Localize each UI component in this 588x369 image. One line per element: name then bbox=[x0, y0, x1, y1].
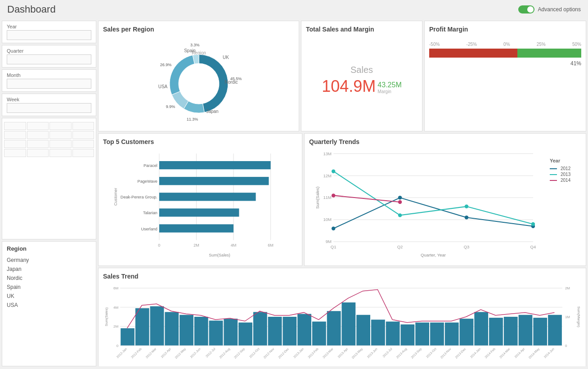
svg-rect-95 bbox=[489, 318, 503, 346]
svg-rect-83 bbox=[312, 322, 326, 346]
svg-rect-71 bbox=[135, 308, 149, 346]
svg-rect-91 bbox=[430, 323, 444, 346]
filter-week: Week bbox=[2, 94, 96, 116]
svg-rect-77 bbox=[224, 319, 238, 345]
svg-text:2012-Jan: 2012-Jan bbox=[116, 347, 128, 359]
svg-text:9.9%: 9.9% bbox=[166, 104, 175, 109]
main-layout: Year Quarter Month Week bbox=[0, 19, 588, 368]
svg-rect-85 bbox=[341, 302, 355, 346]
svg-rect-90 bbox=[415, 323, 429, 346]
filter-year-input[interactable] bbox=[7, 30, 91, 40]
svg-text:13M: 13M bbox=[323, 151, 332, 156]
svg-point-49 bbox=[465, 216, 468, 219]
region-list-item[interactable]: UK bbox=[7, 292, 91, 301]
margin-num: 43.25M bbox=[377, 81, 401, 89]
quarterly-svg: 9M10M11M12M13MQ1Q2Q3Q4Sum(Sales)Quarter,… bbox=[309, 149, 548, 258]
advanced-options-container: Advanced options bbox=[518, 5, 581, 14]
sales-per-region-panel: Sales per Region Region 45.5%11.3%9.9%26… bbox=[98, 21, 299, 131]
region-list-item[interactable]: Japan bbox=[7, 265, 91, 274]
sales-number: 104.9M 43.25M Margin bbox=[322, 77, 401, 96]
svg-rect-74 bbox=[180, 315, 193, 346]
filter-week-input[interactable] bbox=[7, 103, 91, 113]
filter-cell bbox=[27, 131, 49, 139]
svg-text:2013-May: 2013-May bbox=[351, 347, 364, 360]
filter-month: Month bbox=[2, 69, 96, 92]
svg-point-48 bbox=[398, 196, 402, 199]
donut-svg: Region 45.5%11.3%9.9%26.9%3.3%SpainUKNor… bbox=[154, 36, 244, 126]
quarterly-chart: 9M10M11M12M13MQ1Q2Q3Q4Sum(Sales)Quarter,… bbox=[309, 149, 548, 258]
svg-text:11M: 11M bbox=[323, 195, 332, 200]
filter-cell bbox=[4, 140, 26, 148]
profit-margin-title: Profit Margin bbox=[429, 26, 581, 33]
region-list-item[interactable]: Germany bbox=[7, 256, 91, 265]
svg-text:12M: 12M bbox=[323, 173, 332, 178]
svg-text:0: 0 bbox=[117, 344, 119, 348]
svg-text:UK: UK bbox=[223, 55, 229, 60]
svg-text:2014-Apr: 2014-Apr bbox=[514, 347, 525, 359]
svg-text:11.3%: 11.3% bbox=[186, 117, 198, 122]
region-list-item[interactable]: Nordic bbox=[7, 274, 91, 283]
svg-text:2012-Dec: 2012-Dec bbox=[278, 347, 290, 359]
svg-text:2013-Dec: 2013-Dec bbox=[454, 347, 467, 359]
margin-label: Margin bbox=[377, 89, 391, 94]
svg-rect-80 bbox=[268, 317, 282, 346]
svg-rect-94 bbox=[474, 312, 488, 345]
svg-text:2012-Oct: 2012-Oct bbox=[249, 347, 260, 358]
svg-text:1M: 1M bbox=[565, 315, 570, 319]
svg-text:2013-Nov: 2013-Nov bbox=[440, 347, 452, 359]
svg-rect-25 bbox=[159, 193, 256, 201]
svg-text:2013-Jul: 2013-Jul bbox=[382, 347, 393, 358]
svg-text:2014-Jun: 2014-Jun bbox=[543, 347, 555, 359]
svg-point-51 bbox=[332, 169, 335, 173]
svg-text:Talarian: Talarian bbox=[143, 211, 157, 215]
filter-cell bbox=[4, 149, 26, 157]
profit-bar-green bbox=[517, 49, 581, 58]
region-title: Region bbox=[7, 245, 91, 252]
quarterly-inner: 9M10M11M12M13MQ1Q2Q3Q4Sum(Sales)Quarter,… bbox=[309, 149, 581, 258]
filter-cell bbox=[49, 131, 72, 139]
filter-quarter-input[interactable] bbox=[7, 54, 91, 64]
advanced-options-toggle[interactable] bbox=[518, 5, 534, 14]
svg-rect-89 bbox=[401, 324, 415, 346]
svg-text:Japan: Japan bbox=[206, 109, 218, 114]
filter-month-label: Month bbox=[7, 72, 91, 78]
svg-rect-81 bbox=[283, 317, 296, 346]
sales-trend-title: Sales Trend bbox=[103, 273, 581, 280]
profit-margin-panel: Profit Margin -50% -25% 0% 25% 50% 41% bbox=[424, 21, 586, 131]
svg-text:2012-Nov: 2012-Nov bbox=[263, 347, 275, 359]
region-list-item[interactable]: USA bbox=[7, 301, 91, 310]
svg-point-53 bbox=[465, 205, 468, 208]
svg-text:0: 0 bbox=[565, 344, 567, 348]
filter-month-input[interactable] bbox=[7, 79, 91, 89]
filter-week-label: Week bbox=[7, 97, 91, 102]
bar-chart-svg: 02M4M6MSum(Sales)CustomerParacelPageWave… bbox=[103, 149, 297, 258]
svg-text:Quarter, Year: Quarter, Year bbox=[421, 252, 446, 257]
svg-text:3.3%: 3.3% bbox=[190, 43, 199, 47]
svg-rect-79 bbox=[253, 312, 267, 345]
filter-cell bbox=[72, 131, 94, 139]
svg-text:4M: 4M bbox=[113, 306, 118, 310]
svg-text:USA: USA bbox=[158, 84, 167, 89]
sidebar: Year Quarter Month Week bbox=[2, 21, 96, 366]
svg-text:Q1: Q1 bbox=[331, 244, 337, 249]
quarterly-trends-title: Quarterly Trends bbox=[309, 138, 581, 145]
legend-item: 2014 bbox=[550, 178, 581, 183]
svg-text:Sum(Sales): Sum(Sales) bbox=[315, 186, 320, 209]
profit-axis-label-5: 50% bbox=[572, 42, 581, 47]
profit-axis-label-3: 0% bbox=[503, 42, 510, 47]
filter-cell bbox=[27, 140, 49, 148]
total-sales-title: Total Sales and Margin bbox=[306, 26, 417, 33]
total-sales-content: Sales 104.9M 43.25M Margin bbox=[306, 36, 417, 124]
svg-rect-86 bbox=[356, 315, 370, 346]
filter-cell bbox=[27, 122, 49, 130]
svg-text:2013-Sep: 2013-Sep bbox=[410, 347, 422, 359]
svg-text:10M: 10M bbox=[323, 217, 332, 222]
svg-rect-84 bbox=[327, 311, 341, 345]
region-list-item[interactable]: Spain bbox=[7, 283, 91, 292]
legend-item: 2013 bbox=[550, 172, 581, 177]
svg-text:2013-Oct: 2013-Oct bbox=[426, 347, 437, 358]
top-customers-title: Top 5 Customers bbox=[103, 138, 297, 145]
svg-rect-78 bbox=[238, 323, 252, 346]
region-section: Region GermanyJapanNordicSpainUKUSA bbox=[2, 241, 96, 366]
svg-text:Sum(Margin): Sum(Margin) bbox=[577, 306, 581, 328]
